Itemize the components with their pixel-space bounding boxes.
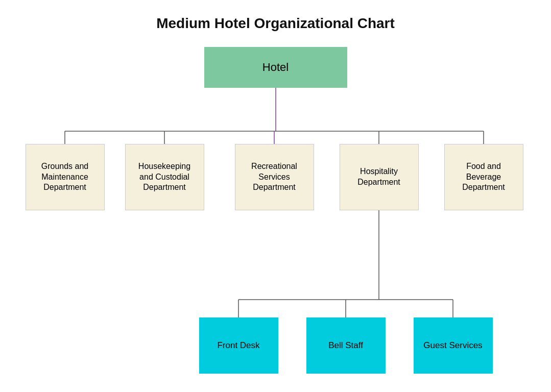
sub-bell-staff-label: Bell Staff bbox=[328, 340, 363, 351]
sub-bell-staff: Bell Staff bbox=[306, 317, 386, 374]
dept-food: Food and Beverage Department bbox=[444, 144, 523, 210]
dept-grounds-label: Grounds and Maintenance Department bbox=[31, 161, 99, 193]
hotel-label: Hotel bbox=[262, 60, 289, 75]
sub-guest-services-label: Guest Services bbox=[423, 340, 482, 351]
sub-front-desk-label: Front Desk bbox=[217, 340, 259, 351]
page-title: Medium Hotel Organizational Chart bbox=[156, 15, 395, 32]
dept-hospitality: Hospitality Department bbox=[340, 144, 419, 210]
dept-food-label: Food and Beverage Department bbox=[450, 161, 518, 193]
dept-recreational-label: Recreational Services Department bbox=[241, 161, 308, 193]
dept-grounds: Grounds and Maintenance Department bbox=[26, 144, 105, 210]
sub-guest-services: Guest Services bbox=[414, 317, 493, 374]
org-chart: Hotel Grounds and Maintenance Department… bbox=[20, 42, 531, 392]
dept-hospitality-label: Hospitality Department bbox=[345, 166, 413, 188]
dept-recreational: Recreational Services Department bbox=[235, 144, 314, 210]
sub-front-desk: Front Desk bbox=[199, 317, 278, 374]
dept-housekeeping: Housekeeping and Custodial Department bbox=[125, 144, 204, 210]
dept-housekeeping-label: Housekeeping and Custodial Department bbox=[131, 161, 199, 193]
page: Medium Hotel Organizational Chart bbox=[0, 0, 551, 392]
hotel-node: Hotel bbox=[204, 47, 347, 88]
